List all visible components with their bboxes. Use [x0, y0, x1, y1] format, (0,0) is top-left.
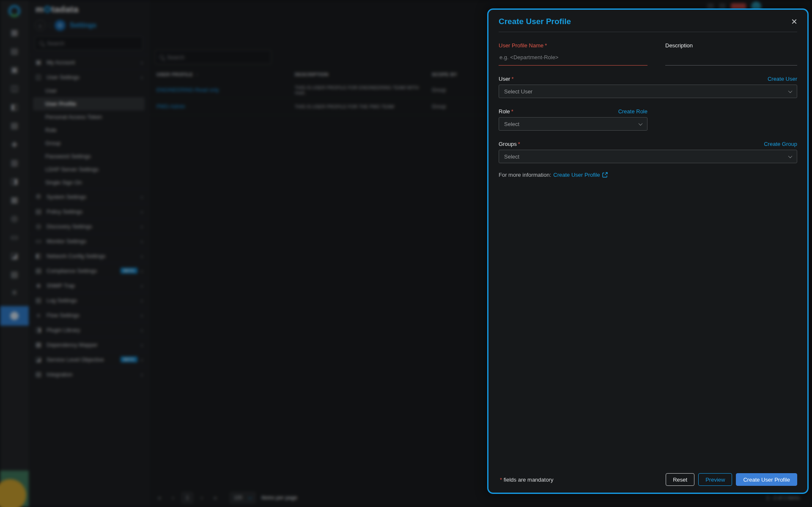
description-input[interactable]: [665, 49, 797, 66]
user-profile-name-field: User Profile Name*: [499, 42, 647, 66]
note-text: fields are mandatory: [504, 477, 554, 483]
role-label: Role*: [499, 108, 513, 115]
create-group-link[interactable]: Create Group: [764, 141, 797, 147]
info-text: For more information:: [499, 172, 551, 178]
required-asterisk: *: [500, 477, 502, 483]
description-label: Description: [665, 42, 797, 49]
description-field: Description: [665, 42, 797, 66]
create-user-link[interactable]: Create User: [768, 76, 797, 82]
chevron-down-icon: [788, 89, 793, 93]
required-asterisk: *: [518, 141, 520, 147]
required-asterisk: *: [511, 108, 513, 115]
label-text: Role: [499, 108, 510, 115]
app-root: ▦ ▤ ▣ ◫ ◧ ▧ ◈ ▥ ◨ ▩: [0, 0, 812, 507]
label-text: User: [499, 76, 510, 82]
user-label: User*: [499, 76, 514, 82]
label-text: Groups: [499, 141, 517, 147]
name-description-row: User Profile Name* Description: [499, 42, 797, 66]
chevron-down-icon: [639, 121, 643, 126]
create-user-profile-button[interactable]: Create User Profile: [736, 473, 797, 486]
preview-button[interactable]: Preview: [698, 473, 732, 486]
label-text: User Profile Name: [499, 42, 543, 49]
role-select[interactable]: Select: [499, 117, 647, 131]
reset-button[interactable]: Reset: [666, 473, 694, 486]
drawer-title: Create User Profile: [499, 17, 571, 26]
groups-label-row: Groups* Create Group: [499, 141, 797, 147]
chevron-down-icon: [788, 154, 793, 158]
required-asterisk: *: [545, 42, 547, 49]
groups-select-value: Select: [504, 153, 519, 160]
external-link-icon: [602, 172, 608, 178]
close-icon[interactable]: ×: [791, 16, 797, 27]
user-select-value: Select User: [504, 88, 532, 95]
user-select[interactable]: Select User: [499, 85, 797, 98]
user-label-row: User* Create User: [499, 76, 797, 82]
user-profile-name-input[interactable]: [499, 49, 647, 66]
required-asterisk: *: [511, 76, 513, 82]
docs-link[interactable]: Create User Profile: [553, 172, 600, 178]
drawer-header: Create User Profile ×: [499, 16, 797, 27]
groups-label: Groups*: [499, 141, 520, 147]
create-user-profile-drawer: Create User Profile × User Profile Name*…: [487, 8, 809, 494]
role-field: Role* Create Role Select: [499, 98, 647, 131]
footer-buttons: Reset Preview Create User Profile: [666, 473, 797, 486]
role-select-value: Select: [504, 121, 519, 127]
header-divider: [499, 32, 797, 32]
info-line: For more information: Create User Profil…: [499, 172, 797, 178]
create-role-link[interactable]: Create Role: [618, 108, 647, 115]
mandatory-note: * fields are mandatory: [499, 477, 553, 483]
user-profile-name-label: User Profile Name*: [499, 42, 647, 49]
groups-select[interactable]: Select: [499, 150, 797, 163]
drawer-footer: * fields are mandatory Reset Preview Cre…: [499, 473, 797, 486]
role-label-row: Role* Create Role: [499, 108, 647, 115]
